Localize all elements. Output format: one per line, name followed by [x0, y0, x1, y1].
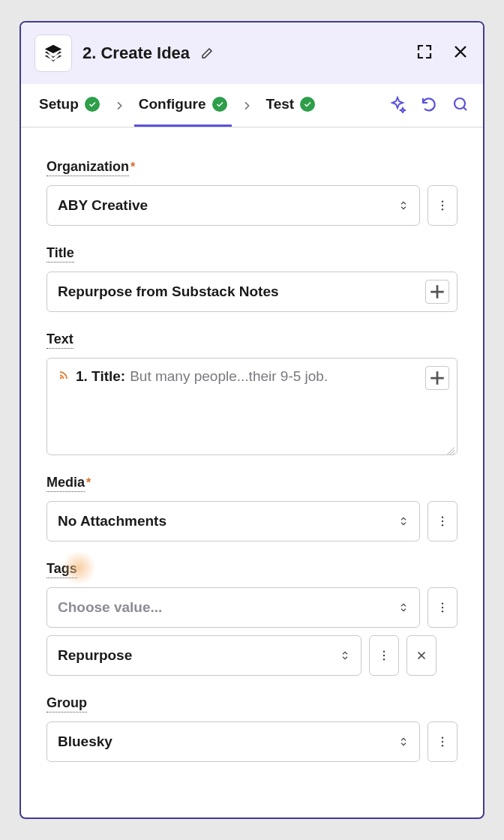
expand-icon[interactable]: [416, 43, 434, 64]
tab-configure[interactable]: Configure: [134, 84, 232, 127]
group-more-button[interactable]: [428, 722, 458, 762]
field-title: Title Repurpose from Substack Notes: [46, 245, 458, 312]
organization-more-button[interactable]: [428, 185, 458, 226]
label-group: Group: [46, 695, 87, 712]
resize-handle-icon[interactable]: [445, 442, 455, 453]
close-icon[interactable]: [452, 43, 470, 64]
add-variable-button[interactable]: [425, 366, 449, 390]
svg-point-9: [442, 607, 443, 608]
step-tabs: Setup Configure Test: [21, 84, 483, 128]
mapped-variable-pill[interactable]: 1. Title: But many people...their 9-5 jo…: [58, 368, 328, 385]
buffer-app-icon: [34, 34, 72, 72]
label-media: Media: [46, 475, 85, 492]
svg-point-14: [442, 737, 443, 739]
form-body: Organization* ABY Creative Title: [21, 128, 483, 762]
svg-point-3: [442, 208, 443, 210]
group-select[interactable]: Bluesky: [46, 722, 420, 762]
svg-point-10: [442, 610, 443, 612]
text-textarea[interactable]: 1. Title: But many people...their 9-5 jo…: [46, 358, 458, 455]
chevron-right-icon: [241, 100, 253, 112]
label-tags: Tags: [46, 561, 77, 578]
field-group: Group Bluesky: [46, 695, 458, 762]
field-organization: Organization* ABY Creative: [46, 159, 458, 226]
chevron-updown-icon: [398, 736, 409, 747]
media-select[interactable]: No Attachments: [46, 501, 420, 542]
chevron-right-icon: [113, 100, 125, 112]
required-marker: *: [86, 476, 91, 489]
svg-point-13: [383, 658, 385, 660]
label-title: Title: [46, 245, 74, 262]
svg-point-16: [442, 745, 443, 746]
label-organization: Organization: [46, 159, 129, 176]
chevron-updown-icon: [398, 200, 409, 211]
field-text: Text 1. Title: But many people...their 9…: [46, 332, 458, 455]
tags-select[interactable]: Choose value...: [46, 587, 420, 628]
rss-icon: [58, 368, 71, 385]
field-media: Media* No Attachments: [46, 475, 458, 542]
svg-point-15: [442, 741, 443, 742]
title-input[interactable]: Repurpose from Substack Notes: [46, 272, 458, 312]
chevron-updown-icon: [340, 650, 350, 661]
svg-point-1: [442, 201, 443, 202]
label-text: Text: [46, 332, 74, 349]
check-icon: [85, 97, 100, 112]
svg-point-7: [442, 524, 443, 526]
check-icon: [212, 97, 227, 112]
search-icon[interactable]: [452, 95, 470, 116]
panel-header: 2. Create Idea: [21, 22, 483, 84]
tab-test[interactable]: Test: [262, 84, 320, 127]
undo-icon[interactable]: [420, 95, 438, 116]
tag-item-select[interactable]: Repurpose: [46, 635, 362, 676]
svg-point-4: [60, 377, 62, 380]
svg-point-8: [442, 603, 443, 604]
check-icon: [300, 97, 315, 112]
add-variable-button[interactable]: [425, 280, 449, 304]
field-tags: Tags Choose value... Repurpose: [46, 561, 458, 676]
chevron-updown-icon: [398, 602, 409, 613]
tags-more-button[interactable]: [428, 587, 458, 628]
tag-item-remove-button[interactable]: [406, 635, 436, 676]
required-marker: *: [130, 160, 135, 173]
svg-point-11: [383, 651, 385, 652]
chevron-updown-icon: [398, 516, 409, 526]
svg-point-5: [442, 517, 443, 518]
svg-point-12: [383, 655, 385, 656]
stack-icon: [42, 42, 64, 64]
organization-select[interactable]: ABY Creative: [46, 185, 420, 226]
edit-title-icon[interactable]: [200, 46, 214, 60]
panel-title: 2. Create Idea: [82, 44, 405, 63]
step-panel: 2. Create Idea Setup: [20, 21, 484, 819]
tag-item-more-button[interactable]: [369, 635, 399, 676]
svg-point-6: [442, 520, 443, 522]
svg-point-2: [442, 205, 443, 206]
svg-point-0: [454, 98, 465, 109]
tab-setup[interactable]: Setup: [34, 84, 104, 127]
ai-sparkle-icon[interactable]: [388, 95, 406, 116]
media-more-button[interactable]: [428, 501, 458, 542]
